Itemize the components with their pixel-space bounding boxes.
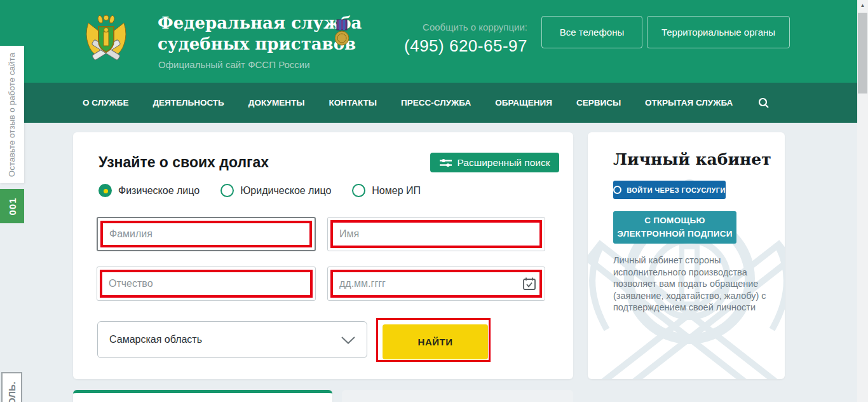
esign-login-button[interactable]: С ПОМОЩЬЮ ЭЛЕКТРОННОЙ ПОДПИСИ	[613, 211, 736, 244]
radio-ip-number[interactable]: Номер ИП	[352, 184, 421, 197]
subject-type-radios: Физическое лицо Юридическое лицо Номер И…	[98, 184, 442, 197]
corruption-contact: Сообщить о коррупции: (495) 620-65-97	[381, 22, 527, 56]
next-section-card-left	[73, 390, 332, 402]
next-section-card-right	[342, 390, 573, 402]
scrollbar-thumb[interactable]	[858, 13, 867, 94]
counter-badge-value: 001	[7, 197, 18, 215]
gosuslugi-login-label: ВОЙТИ ЧЕРЕЗ ГОСУСЛУГИ	[627, 186, 726, 194]
nav-item-appeals[interactable]: ОБРАЩЕНИЯ	[495, 98, 552, 107]
radio-individual[interactable]: Физическое лицо	[98, 184, 200, 197]
region-select-value: Самарская область	[109, 334, 202, 345]
nav-item-press[interactable]: ПРЕСС-СЛУЖБА	[401, 98, 471, 107]
search-icon[interactable]	[758, 97, 770, 109]
personal-account-card: Личный кабинет ВОЙТИ ЧЕРЕЗ ГОСУСЛУГИ С П…	[588, 132, 785, 379]
debt-search-card: Узнайте о своих долгах Расширенный поиск…	[73, 132, 573, 379]
territorial-bodies-button[interactable]: Территориальные органы	[647, 16, 790, 48]
nav-item-services[interactable]: СЕРВИСЫ	[576, 98, 621, 107]
nav-item-documents[interactable]: ДОКУМЕНТЫ	[248, 98, 305, 107]
account-card-description: Личный кабинет стороны исполнительного п…	[613, 254, 768, 314]
radio-legal-entity-label: Юридическое лицо	[240, 185, 331, 197]
radio-ip-number-label: Номер ИП	[372, 185, 421, 197]
site-subtitle: Официальный сайт ФССП России	[158, 59, 310, 70]
site-header: Федеральная служба судебных приставов Оф…	[0, 0, 857, 83]
medal-icon	[335, 19, 349, 48]
firstname-field-wrapper	[327, 217, 545, 251]
nav-item-open-service[interactable]: ОТКРЫТАЯ СЛУЖБА	[645, 98, 733, 107]
esign-login-line1: С ПОМОЩЬЮ	[613, 214, 736, 228]
search-card-title: Узнайте о своих долгах	[98, 154, 269, 171]
site-feedback-label: Оставьте отзыв о работе сайта	[8, 52, 17, 176]
radio-individual-label: Физическое лицо	[118, 185, 200, 197]
corruption-phone[interactable]: (495) 620-65-97	[381, 36, 527, 56]
advanced-search-label: Расширенный поиск	[458, 157, 550, 169]
sliders-icon	[440, 158, 452, 168]
birthdate-input[interactable]	[328, 267, 545, 300]
submit-annotation-box: НАЙТИ	[376, 318, 491, 362]
advanced-search-button[interactable]: Расширенный поиск	[430, 153, 559, 172]
radio-ip-number-circle[interactable]	[352, 184, 365, 197]
gosuslugi-login-button[interactable]: ВОЙТИ ЧЕРЕЗ ГОСУСЛУГИ	[613, 181, 726, 199]
radio-individual-circle[interactable]	[98, 184, 112, 197]
nav-item-about[interactable]: О СЛУЖБЕ	[83, 98, 128, 107]
site-title-line1: Федеральная служба	[158, 13, 362, 34]
lastname-input[interactable]	[98, 218, 315, 250]
page-scrollbar: ▲	[857, 0, 868, 402]
all-phones-button[interactable]: Все телефоны	[541, 16, 642, 48]
patronymic-field-wrapper	[97, 267, 316, 301]
nav-item-activity[interactable]: ДЕЯТЕЛЬНОСТЬ	[153, 98, 224, 107]
chevron-down-icon	[341, 336, 355, 344]
firstname-input[interactable]	[328, 218, 545, 251]
counter-badge: 001	[0, 189, 24, 223]
radio-legal-entity[interactable]: Юридическое лицо	[220, 184, 331, 197]
site-feedback-tab[interactable]: Оставьте отзыв о работе сайта	[0, 46, 24, 183]
fssp-logo	[83, 13, 129, 69]
gosuslugi-icon	[613, 186, 621, 194]
esign-login-line2: ЭЛЕКТРОННОЙ ПОДПИСИ	[613, 228, 736, 241]
corruption-label: Сообщить о коррупции:	[381, 22, 527, 32]
partial-side-tab-label: ОЛЬ.	[6, 382, 17, 402]
patronymic-input[interactable]	[97, 267, 315, 300]
account-card-title: Личный кабинет	[613, 150, 771, 169]
nav-item-contacts[interactable]: КОНТАКТЫ	[329, 98, 377, 107]
find-button[interactable]: НАЙТИ	[383, 324, 488, 359]
main-navigation: О СЛУЖБЕ ДЕЯТЕЛЬНОСТЬ ДОКУМЕНТЫ КОНТАКТЫ…	[0, 83, 857, 123]
birthdate-field-wrapper	[327, 267, 545, 301]
lastname-field-wrapper	[97, 217, 316, 251]
site-title: Федеральная служба судебных приставов	[158, 13, 362, 55]
radio-legal-entity-circle[interactable]	[220, 184, 234, 197]
partial-side-tab[interactable]: ОЛЬ.	[1, 372, 22, 402]
scrollbar-up-arrow[interactable]: ▲	[857, 0, 868, 11]
site-title-line2: судебных приставов	[158, 34, 362, 55]
region-select[interactable]: Самарская область	[97, 321, 367, 358]
